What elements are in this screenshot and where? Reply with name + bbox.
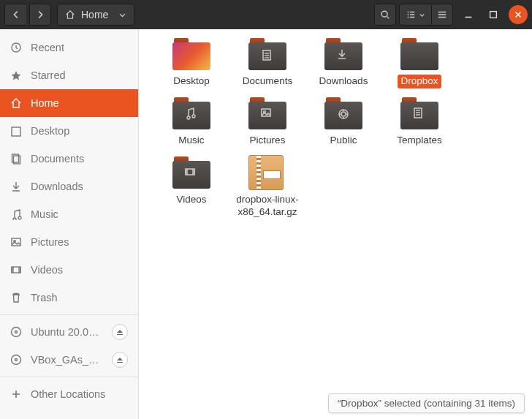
file-label: Downloads: [316, 75, 371, 88]
file-item[interactable]: Downloads: [305, 37, 381, 88]
sidebar-item-label: Downloads: [31, 181, 128, 192]
path-dropdown-icon: [118, 11, 126, 19]
sidebar-item-label: Other Locations: [31, 388, 128, 400]
folder-icon: [400, 37, 438, 72]
file-item[interactable]: Videos: [153, 155, 229, 219]
videos-icon: [10, 264, 22, 276]
sidebar-item-home[interactable]: Home: [0, 89, 138, 117]
status-text: “Dropbox” selected (containing 31 items): [338, 398, 515, 409]
file-label: Music: [175, 134, 207, 148]
search-button[interactable]: [374, 4, 396, 26]
disc-icon: [10, 354, 22, 366]
clock-icon: [10, 42, 22, 53]
file-label: Templates: [394, 134, 445, 148]
file-item[interactable]: Desktop: [153, 37, 229, 88]
sidebar-item-label: Documents: [31, 153, 128, 165]
eject-button[interactable]: [112, 324, 128, 340]
sidebar-item-desktop[interactable]: Desktop: [0, 117, 138, 145]
file-label: Dropbox: [398, 75, 441, 88]
pictures-icon: [10, 236, 22, 248]
main-menu-button[interactable]: [431, 4, 453, 26]
window-maximize-button[interactable]: [484, 5, 503, 24]
sidebar-item-recent[interactable]: Recent: [0, 34, 138, 61]
folder-icon: [400, 96, 438, 131]
sidebar-item-downloads[interactable]: Downloads: [0, 173, 138, 200]
file-label: dropbox-linux-x86_64.tar.gz: [232, 193, 303, 219]
file-item[interactable]: Pictures: [229, 96, 305, 148]
file-item[interactable]: Public: [305, 96, 381, 148]
file-item[interactable]: Templates: [381, 96, 457, 148]
file-label: Videos: [173, 193, 209, 207]
plus-icon: [10, 388, 22, 400]
file-label: Public: [327, 134, 360, 148]
window-minimize-button[interactable]: [459, 5, 478, 24]
folder-icon: [324, 37, 362, 72]
window-close-button[interactable]: [509, 5, 528, 24]
file-label: Pictures: [247, 134, 289, 148]
sidebar-separator: [0, 314, 138, 315]
file-label: Documents: [240, 75, 295, 88]
headerbar: Home: [0, 0, 532, 29]
home-icon: [10, 97, 22, 109]
trash-icon: [10, 292, 22, 303]
icon-grid: Desktop Documents Downloads Dropbox Musi…: [139, 29, 532, 227]
status-bar: “Dropbox” selected (containing 31 items): [328, 393, 525, 413]
pathbar[interactable]: Home: [57, 4, 134, 26]
eject-button[interactable]: [112, 352, 128, 368]
sidebar-item-label: Recent: [31, 42, 128, 53]
sidebar-item-label: Videos: [31, 264, 128, 276]
sidebar-item-label: Starred: [31, 69, 128, 81]
sidebar-item-trash[interactable]: Trash: [0, 284, 138, 312]
documents-icon: [10, 153, 22, 165]
file-label: Desktop: [170, 75, 213, 88]
sidebar-volume-vbox[interactable]: VBox_GAs_6.…: [0, 346, 138, 374]
home-icon: [65, 10, 75, 20]
sidebar-item-documents[interactable]: Documents: [0, 145, 138, 173]
sidebar-item-videos[interactable]: Videos: [0, 256, 138, 284]
file-item[interactable]: Documents: [229, 37, 305, 88]
sidebar-other-locations[interactable]: Other Locations: [0, 380, 138, 408]
music-icon: [10, 208, 22, 220]
sidebar: Recent Starred Home Desktop Documents Do…: [0, 29, 139, 419]
hamburger-icon: [437, 10, 447, 20]
file-item[interactable]: dropbox-linux-x86_64.tar.gz: [229, 155, 305, 219]
file-item[interactable]: Dropbox: [381, 37, 457, 88]
sidebar-volume-ubuntu[interactable]: Ubuntu 20.0…: [0, 318, 138, 346]
disc-icon: [10, 326, 22, 338]
folder-icon: [172, 37, 210, 72]
folder-icon: [248, 96, 286, 131]
sidebar-item-pictures[interactable]: Pictures: [0, 228, 138, 256]
downloads-icon: [10, 181, 22, 192]
path-label: Home: [81, 9, 108, 20]
sidebar-item-starred[interactable]: Starred: [0, 61, 138, 89]
file-item[interactable]: Music: [153, 96, 229, 148]
view-mode-button[interactable]: [399, 4, 431, 26]
main-view[interactable]: Desktop Documents Downloads Dropbox Musi…: [139, 29, 532, 419]
sidebar-item-label: Ubuntu 20.0…: [31, 326, 103, 338]
sidebar-item-label: Home: [31, 97, 128, 109]
folder-icon: [172, 96, 210, 131]
sidebar-item-label: Music: [31, 208, 128, 220]
desktop-icon: [10, 125, 22, 137]
sidebar-separator: [0, 377, 138, 377]
folder-icon: [172, 155, 210, 190]
back-button[interactable]: [4, 4, 26, 26]
sidebar-item-label: VBox_GAs_6.…: [31, 354, 103, 366]
folder-icon: [248, 37, 286, 72]
list-icon: [406, 10, 416, 20]
star-icon: [10, 69, 22, 81]
archive-icon: [248, 155, 284, 190]
sidebar-item-music[interactable]: Music: [0, 200, 138, 228]
forward-button[interactable]: [29, 4, 51, 26]
sidebar-item-label: Trash: [31, 292, 128, 303]
folder-icon: [324, 96, 362, 131]
sidebar-item-label: Desktop: [31, 125, 128, 137]
sidebar-item-label: Pictures: [31, 236, 128, 248]
chevron-down-icon: [419, 12, 425, 18]
